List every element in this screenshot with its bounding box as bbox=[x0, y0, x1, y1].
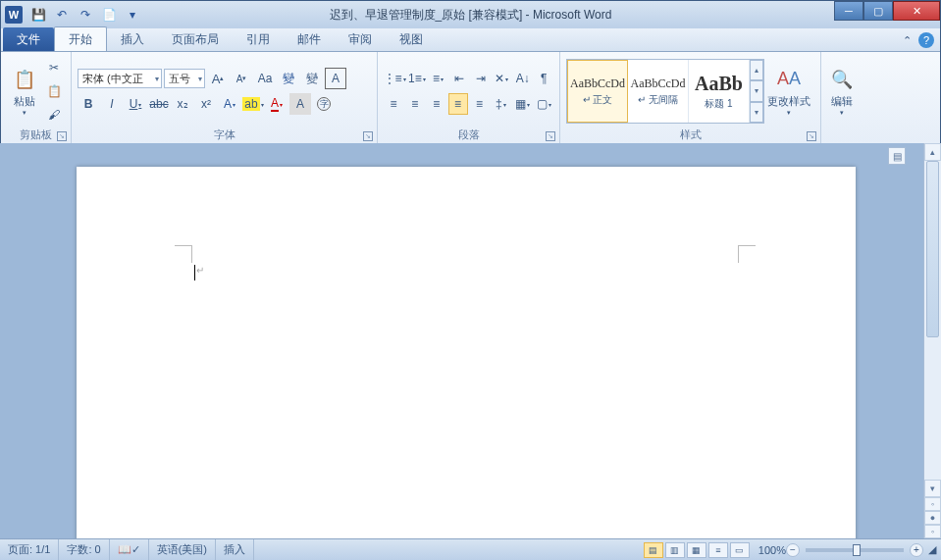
status-words[interactable]: 字数: 0 bbox=[59, 539, 109, 560]
grow-font-button[interactable]: A▴ bbox=[207, 68, 229, 89]
scroll-up[interactable]: ▴ bbox=[924, 143, 941, 161]
view-web[interactable]: ▦ bbox=[687, 542, 706, 558]
font-color-button[interactable]: A▾ bbox=[266, 93, 288, 115]
italic-button[interactable]: I bbox=[101, 93, 123, 115]
shrink-font-button[interactable]: A▾ bbox=[231, 68, 252, 89]
find-button[interactable]: 🔍 编辑 ▾ bbox=[827, 55, 857, 127]
tab-insert[interactable]: 插入 bbox=[107, 27, 158, 51]
tab-view[interactable]: 视图 bbox=[386, 27, 437, 51]
numbering-button[interactable]: 1≡▾ bbox=[407, 68, 427, 89]
change-case-button[interactable]: Aa bbox=[254, 68, 276, 89]
show-marks-button[interactable]: ¶ bbox=[534, 68, 553, 89]
tab-home[interactable]: 开始 bbox=[54, 26, 107, 51]
tab-mail[interactable]: 邮件 bbox=[284, 27, 335, 51]
char-shading-button[interactable]: A bbox=[289, 93, 311, 115]
increase-indent-button[interactable]: ⇥ bbox=[471, 68, 491, 89]
change-styles-button[interactable]: AA 更改样式 ▾ bbox=[764, 67, 813, 117]
style-nospacing[interactable]: AaBbCcDd ↵ 无间隔 bbox=[628, 60, 689, 123]
copy-button[interactable]: 📋 bbox=[43, 80, 65, 102]
status-language[interactable]: 英语(美国) bbox=[149, 539, 216, 560]
clipboard-launcher[interactable]: ↘ bbox=[57, 131, 67, 141]
qat-more[interactable]: ▾ bbox=[123, 5, 142, 25]
font-family-combo[interactable]: 宋体 (中文正 bbox=[78, 69, 162, 88]
page[interactable] bbox=[77, 167, 856, 538]
zoom-knob[interactable] bbox=[853, 544, 861, 556]
status-proof[interactable]: 📖✓ bbox=[110, 539, 149, 560]
strike-button[interactable]: abc bbox=[148, 93, 170, 115]
qat-redo[interactable]: ↷ bbox=[76, 5, 95, 25]
next-page[interactable]: ◦ bbox=[924, 525, 941, 538]
align-left-button[interactable]: ≡ bbox=[384, 93, 403, 115]
vertical-scrollbar[interactable]: ▴ ▾ ◦ ● ◦ bbox=[923, 143, 941, 538]
tab-layout[interactable]: 页面布局 bbox=[158, 27, 233, 51]
format-painter-button[interactable]: 🖌 bbox=[43, 104, 65, 126]
window-controls: ─ ▢ ✕ bbox=[834, 1, 940, 21]
font-launcher[interactable]: ↘ bbox=[363, 131, 373, 141]
highlight-button[interactable]: ab▾ bbox=[242, 93, 264, 115]
zoom-out[interactable]: − bbox=[786, 543, 800, 557]
zoom-slider[interactable] bbox=[806, 548, 904, 552]
qat-save[interactable]: 💾 bbox=[28, 5, 48, 25]
gallery-down[interactable]: ▾ bbox=[750, 80, 763, 101]
justify-button[interactable]: ≡ bbox=[448, 93, 468, 115]
scroll-down[interactable]: ▾ bbox=[924, 480, 941, 497]
zoom-level[interactable]: 100% bbox=[758, 544, 786, 556]
underline-button[interactable]: U▾ bbox=[125, 93, 146, 115]
minimize-button[interactable]: ─ bbox=[834, 1, 863, 21]
resize-grip[interactable]: ◢ bbox=[923, 543, 941, 556]
bold-button[interactable]: B bbox=[78, 93, 99, 115]
borders-button[interactable]: ▢▾ bbox=[534, 93, 553, 115]
cut-button[interactable]: ✂ bbox=[43, 57, 65, 78]
scroll-thumb[interactable] bbox=[926, 161, 939, 337]
zoom-in[interactable]: + bbox=[910, 543, 923, 557]
status-page[interactable]: 页面: 1/1 bbox=[0, 539, 59, 560]
bullets-button[interactable]: ⋮≡▾ bbox=[384, 68, 405, 89]
paste-button[interactable]: 📋 粘贴 ▾ bbox=[7, 55, 41, 127]
align-center-button[interactable]: ≡ bbox=[405, 93, 425, 115]
decrease-indent-button[interactable]: ⇤ bbox=[449, 68, 469, 89]
text-effects-button[interactable]: A▾ bbox=[219, 93, 240, 115]
line-spacing-button[interactable]: ‡▾ bbox=[491, 93, 510, 115]
tab-review[interactable]: 审阅 bbox=[335, 27, 386, 51]
minimize-ribbon-icon[interactable]: ⌃ bbox=[899, 32, 915, 48]
tab-references[interactable]: 引用 bbox=[233, 27, 284, 51]
qat-new[interactable]: 📄 bbox=[99, 5, 119, 25]
style-normal[interactable]: AaBbCcDd ↵ 正文 bbox=[567, 60, 628, 123]
ruler-toggle[interactable]: ▤ bbox=[888, 147, 906, 165]
view-print-layout[interactable]: ▤ bbox=[644, 542, 663, 558]
phonetic-guide-button[interactable]: 變 bbox=[278, 68, 299, 89]
browse-object[interactable]: ● bbox=[924, 511, 941, 525]
margin-mark-tl bbox=[175, 245, 192, 263]
status-mode[interactable]: 插入 bbox=[216, 539, 254, 560]
font-size-combo[interactable]: 五号 bbox=[164, 69, 205, 88]
gallery-scroll: ▴ ▾ ▾ bbox=[750, 60, 763, 123]
char-border-button[interactable]: A bbox=[325, 68, 346, 89]
ribbon: 📋 粘贴 ▾ ✂ 📋 🖌 剪贴板↘ 宋体 (中文正 五号 A▴ A▾ Aa bbox=[1, 52, 940, 144]
prev-page[interactable]: ◦ bbox=[924, 497, 941, 511]
multilevel-button[interactable]: ≡▾ bbox=[429, 68, 448, 89]
view-fullscreen[interactable]: ▥ bbox=[665, 542, 685, 558]
subscript-button[interactable]: x₂ bbox=[172, 93, 193, 115]
tab-file[interactable]: 文件 bbox=[3, 27, 54, 51]
paragraph-launcher[interactable]: ↘ bbox=[546, 131, 555, 141]
distribute-button[interactable]: ≡ bbox=[470, 93, 490, 115]
view-outline[interactable]: ≡ bbox=[708, 542, 728, 558]
sort-button[interactable]: A↓ bbox=[513, 68, 533, 89]
style-heading1[interactable]: AaBb 标题 1 bbox=[689, 60, 750, 123]
help-icon[interactable]: ? bbox=[918, 32, 934, 48]
gallery-up[interactable]: ▴ bbox=[750, 60, 763, 80]
shading-button[interactable]: ▦▾ bbox=[512, 93, 532, 115]
clear-format-button[interactable]: 變 bbox=[301, 68, 323, 89]
enclose-char-button[interactable]: 字 bbox=[313, 93, 335, 115]
qat-undo[interactable]: ↶ bbox=[52, 5, 72, 25]
close-button[interactable]: ✕ bbox=[893, 1, 940, 21]
asian-layout-button[interactable]: ✕▾ bbox=[492, 68, 511, 89]
gallery-more[interactable]: ▾ bbox=[750, 102, 763, 123]
styles-launcher[interactable]: ↘ bbox=[807, 131, 816, 141]
scroll-track[interactable] bbox=[924, 161, 941, 480]
view-draft[interactable]: ▭ bbox=[730, 542, 750, 558]
superscript-button[interactable]: x² bbox=[195, 93, 217, 115]
document-area[interactable]: ▤ bbox=[0, 143, 923, 538]
maximize-button[interactable]: ▢ bbox=[863, 1, 893, 21]
align-right-button[interactable]: ≡ bbox=[427, 93, 446, 115]
